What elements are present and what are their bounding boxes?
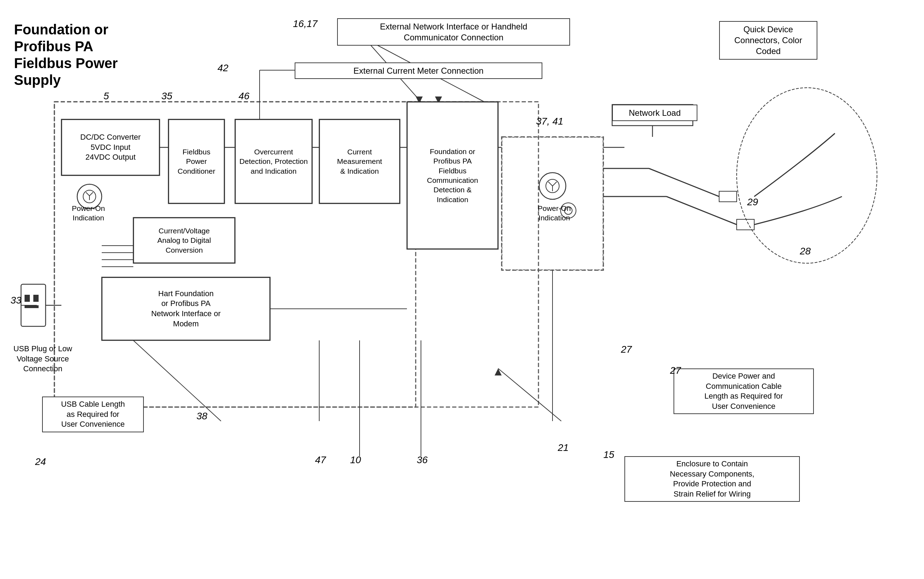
diagram-title: Foundation or Profibus PAFieldbus Power …	[14, 21, 147, 88]
enclosure-label: Enclosure to ContainNecessary Components…	[624, 456, 800, 502]
ref-28: 28	[800, 245, 811, 257]
svg-rect-51	[33, 295, 39, 302]
ext-network-label: External Network Interface or HandheldCo…	[337, 18, 570, 46]
svg-rect-50	[24, 295, 30, 302]
ref-27a: 27	[621, 344, 632, 355]
ref-29: 29	[747, 196, 758, 208]
ref-24: 24	[35, 456, 46, 468]
network-load-label: Network Load	[612, 105, 697, 121]
ext-current-label: External Current Meter Connection	[295, 62, 542, 79]
device-power-label: Device Power andCommunication CableLengt…	[674, 368, 814, 414]
ref-10: 10	[350, 455, 361, 466]
ref-46: 46	[238, 90, 250, 102]
ref-42: 42	[217, 62, 229, 74]
hart-foundation-box: Hart Foundationor Profibus PANetwork Int…	[102, 277, 270, 340]
ref-33: 33	[10, 295, 21, 306]
ref-38: 38	[196, 411, 207, 422]
usb-cable-label: USB Cable Lengthas Required forUser Conv…	[42, 396, 144, 432]
current-measurement-box: CurrentMeasurement& Indication	[319, 119, 400, 203]
ref-27b: 27	[670, 365, 681, 376]
svg-rect-52	[24, 305, 39, 308]
diagram-container: T T	[0, 0, 924, 579]
ref-21: 21	[558, 442, 569, 453]
ref-35: 35	[162, 90, 172, 102]
power-on-right-label: Power-OnIndication	[526, 203, 582, 223]
svg-rect-82	[737, 219, 754, 230]
ref-47: 47	[315, 455, 326, 466]
ref-16-17: 16,17	[293, 18, 317, 29]
current-voltage-box: Current/VoltageAnalog to DigitalConversi…	[133, 218, 235, 263]
quick-device-label: Quick DeviceConnectors, ColorCoded	[719, 21, 817, 60]
power-on-left-label: Power-OnIndication	[60, 203, 116, 223]
dc-converter-box: DC/DC Converter5VDC Input24VDC Output	[61, 119, 160, 175]
svg-rect-81	[719, 191, 737, 202]
foundation-fieldbus-box: Foundation orProfibus PAFieldbusCommunic…	[407, 102, 498, 249]
ref-37-41: 37, 41	[536, 116, 563, 127]
overcurrent-box: OvercurrentDetection, Protectionand Indi…	[235, 119, 312, 203]
ref-5: 5	[103, 90, 109, 102]
ref-15: 15	[603, 449, 614, 460]
usb-plug-label: USB Plug or LowVoltage SourceConnection	[8, 344, 78, 374]
fieldbus-conditioner-box: FieldbusPowerConditioner	[168, 119, 225, 203]
ref-36: 36	[417, 455, 428, 466]
